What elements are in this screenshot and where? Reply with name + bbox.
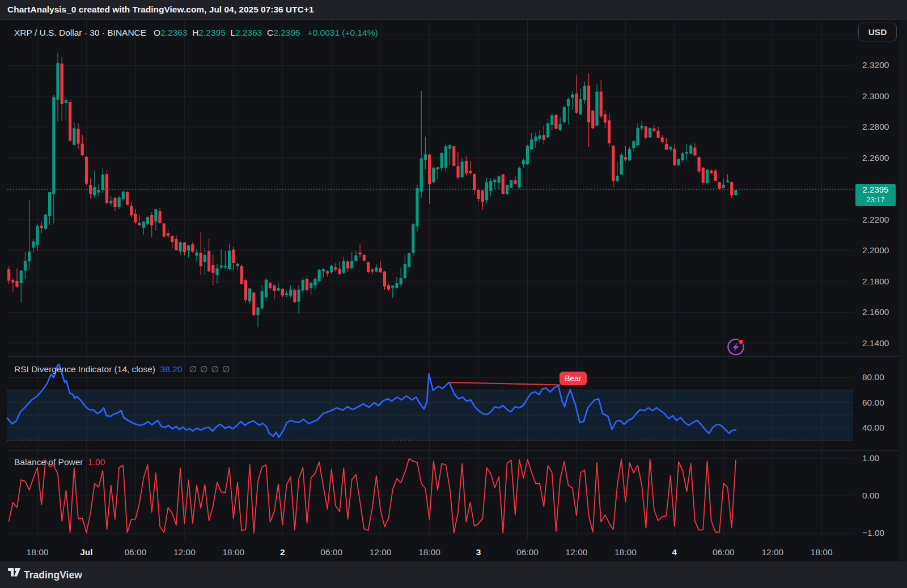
svg-text:06:00: 06:00 [713, 547, 735, 557]
svg-text:2.3000: 2.3000 [862, 91, 889, 101]
svg-text:40.00: 40.00 [862, 423, 884, 432]
svg-text:18:00: 18:00 [811, 547, 833, 557]
svg-text:18:00: 18:00 [418, 547, 440, 557]
svg-text:2.2200: 2.2200 [862, 215, 889, 224]
svg-text:12:00: 12:00 [173, 547, 196, 557]
svg-text:06:00: 06:00 [125, 547, 147, 557]
svg-text:2.1600: 2.1600 [862, 307, 889, 317]
svg-text:1.00: 1.00 [862, 453, 880, 463]
svg-text:18:00: 18:00 [27, 547, 49, 557]
svg-text:18:00: 18:00 [614, 547, 637, 557]
svg-text:12:00: 12:00 [761, 547, 783, 557]
svg-text:2.3200: 2.3200 [862, 60, 889, 70]
svg-text:Jul: Jul [80, 547, 92, 557]
svg-text:06:00: 06:00 [516, 547, 539, 557]
svg-text:12:00: 12:00 [370, 547, 392, 557]
svg-text:2.2000: 2.2000 [862, 245, 889, 255]
svg-text:60.00: 60.00 [862, 398, 884, 407]
svg-text:2.1800: 2.1800 [862, 276, 889, 286]
svg-text:18:00: 18:00 [222, 547, 244, 557]
svg-text:2.2600: 2.2600 [862, 153, 889, 163]
svg-text:2: 2 [280, 547, 285, 557]
svg-text:0.00: 0.00 [862, 491, 880, 500]
svg-text:2.2800: 2.2800 [862, 122, 889, 131]
svg-text:80.00: 80.00 [862, 372, 884, 382]
svg-text:12:00: 12:00 [566, 547, 588, 557]
svg-text:3: 3 [476, 547, 481, 557]
svg-text:−1.00: −1.00 [862, 528, 885, 538]
svg-text:2.1400: 2.1400 [862, 338, 889, 348]
svg-text:06:00: 06:00 [320, 547, 342, 557]
svg-text:4: 4 [672, 547, 677, 557]
